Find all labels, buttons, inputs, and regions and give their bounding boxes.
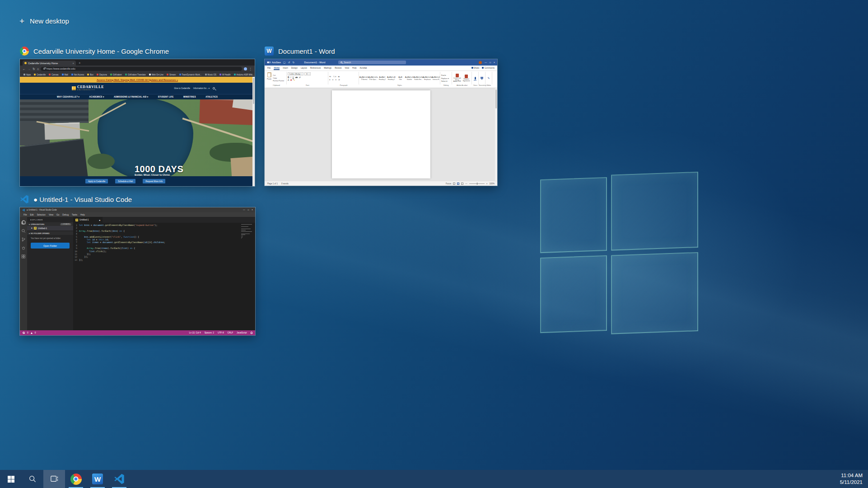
code-editor[interactable]: 1let btns = document.getElementsByClassN…: [73, 223, 255, 330]
forward-icon[interactable]: →: [28, 67, 31, 70]
menu-view[interactable]: View: [49, 214, 53, 216]
site-nav-item[interactable]: STUDENT LIFE: [158, 96, 174, 98]
zoom-in-icon[interactable]: +: [486, 183, 488, 185]
minimize-icon[interactable]: —: [243, 209, 245, 211]
zoom-slider[interactable]: [469, 183, 485, 184]
taskbar-word-button[interactable]: W: [87, 470, 108, 488]
bookmark-item[interactable]: GitKraken Translate: [125, 74, 146, 76]
taskbar-chrome-button[interactable]: [65, 470, 87, 488]
bookmark-item[interactable]: Stream: [167, 74, 176, 76]
word-scrollbar[interactable]: [495, 88, 497, 181]
word-window-thumbnail[interactable]: AutoSave ▢ ↺ ↻ Document1 - Word Search —…: [265, 59, 497, 186]
error-count[interactable]: 0: [27, 332, 28, 334]
clipboard-item[interactable]: Cut: [273, 75, 284, 76]
menu-debug[interactable]: Debug: [62, 214, 69, 216]
bookmark-item[interactable]: Music OS: [205, 74, 217, 76]
taskbar-search-button[interactable]: [22, 470, 43, 488]
start-button[interactable]: [0, 470, 22, 488]
paste-button[interactable]: Paste: [267, 72, 271, 84]
source-control-icon[interactable]: [21, 237, 26, 242]
style-card[interactable]: AaBbCcDaEmphasis: [423, 75, 432, 81]
menu-icon[interactable]: ⋮: [249, 67, 252, 70]
style-card[interactable]: AaBbCcDaSubtle Em...: [414, 75, 423, 81]
bell-icon[interactable]: [251, 332, 253, 334]
site-nav-item[interactable]: ATHLETICS: [205, 96, 218, 98]
extensions-icon[interactable]: [21, 254, 26, 259]
page-count[interactable]: Page 1 of 1: [267, 183, 278, 185]
ribbon-tab-layout[interactable]: Layout: [301, 67, 307, 69]
site-nav-item[interactable]: ADMISSIONS & FINANCIAL AID ▾: [114, 96, 148, 98]
font-color-buttons[interactable]: AA✎: [288, 79, 327, 81]
bookmark-item[interactable]: Cedarville: [34, 74, 46, 76]
cta-button[interactable]: Request More Info: [143, 179, 165, 183]
search-icon[interactable]: [21, 229, 26, 233]
open-editor-item[interactable]: ● JS Untitled-1: [27, 226, 73, 230]
print-layout-icon[interactable]: [457, 183, 459, 185]
restore-icon[interactable]: □: [248, 209, 249, 211]
home-icon[interactable]: ⌂: [37, 67, 39, 70]
clipboard-item[interactable]: Format Painter: [273, 80, 284, 82]
font-name-select[interactable]: Calibri (Body)▾: [288, 72, 303, 75]
tab-close-icon[interactable]: ×: [72, 62, 74, 65]
editing-item[interactable]: Replace ▾: [441, 77, 451, 80]
site-nav-item[interactable]: WHY CEDARVILLE? ▾: [57, 96, 79, 98]
ribbon-tab-design[interactable]: Design: [291, 67, 298, 69]
ribbon-tab-help[interactable]: Help: [352, 67, 356, 69]
back-icon[interactable]: ←: [23, 67, 26, 70]
profile-avatar[interactable]: [244, 67, 247, 70]
ribbon-tab-acrobat[interactable]: Acrobat: [360, 67, 367, 69]
vscode-window-title[interactable]: ● Untitled-1 - Visual Studio Code: [20, 195, 132, 204]
give-link[interactable]: Give to Cedarville: [174, 87, 190, 89]
menu-help[interactable]: Help: [80, 214, 85, 216]
acrobat-button[interactable]: Create and Share Adobe PDF: [453, 74, 462, 83]
eol-type[interactable]: CRLF: [228, 332, 233, 334]
bookmark-item[interactable]: W Health: [219, 74, 231, 76]
style-card[interactable]: AaBbCcEHeading 2: [387, 75, 396, 81]
address-bar[interactable]: https://www.cedarville.edu: [41, 67, 242, 71]
explorer-icon[interactable]: [21, 220, 26, 225]
taskbar-clock[interactable]: 11:04 AM 5/11/2021: [840, 470, 868, 488]
sensitivity-button[interactable]: [479, 72, 485, 84]
clipboard-item[interactable]: Copy: [273, 77, 284, 79]
new-tab-button[interactable]: +: [79, 61, 81, 66]
restore-icon[interactable]: □: [490, 61, 491, 64]
ribbon-tab-home[interactable]: Home: [274, 67, 280, 69]
close-icon[interactable]: ×: [494, 61, 495, 64]
bookmark-item[interactable]: Web On-Line: [149, 74, 163, 76]
style-card[interactable]: AaBbCcDc¶ Normal: [360, 75, 369, 81]
editor-tab[interactable]: JS Untitled-1 ●: [73, 217, 103, 223]
acrobat-button[interactable]: Request Signatures: [462, 75, 471, 82]
style-card[interactable]: AaBTitle: [396, 75, 405, 81]
bookmark-item[interactable]: GitKraken: [110, 74, 122, 76]
cedarville-logo[interactable]: CEDARVILLE UNIVERSITY: [72, 85, 104, 91]
new-desktop-button[interactable]: + New desktop: [19, 17, 69, 25]
ribbon-tab-insert[interactable]: Insert: [283, 67, 288, 69]
info-for-link[interactable]: Information for... ▾: [193, 87, 210, 89]
web-layout-icon[interactable]: [461, 183, 463, 185]
focus-button[interactable]: Focus: [446, 183, 451, 185]
open-folder-button[interactable]: Open Folder: [31, 243, 70, 249]
menu-tasks[interactable]: Tasks: [72, 214, 77, 216]
style-card[interactable]: AaBbCcDaIntense E...: [432, 75, 440, 81]
bookmark-item[interactable]: Daytona: [97, 74, 107, 76]
chrome-tab[interactable]: Cedarville University Home ×: [23, 61, 76, 66]
read-mode-icon[interactable]: [453, 183, 455, 185]
refresh-icon[interactable]: ↻: [33, 67, 35, 70]
cta-button[interactable]: Apply to Cedarville: [85, 179, 108, 183]
site-search-icon[interactable]: [213, 87, 215, 89]
covid-banner-link[interactable]: Access Caring Well, Staying Well, COVID-…: [20, 77, 255, 83]
quick-access-toolbar[interactable]: ▢ ↺ ↻: [283, 61, 295, 64]
ribbon-tab-file[interactable]: File: [267, 67, 271, 69]
font-size-select[interactable]: 11▾: [304, 72, 311, 75]
bookmark-item[interactable]: Mail: [62, 74, 68, 76]
share-button[interactable]: Share: [471, 67, 480, 69]
open-editors-section[interactable]: ▾ OPEN EDITORS 1 UNSAVED: [27, 222, 73, 226]
bookmark-item[interactable]: Arduino ASR Wiki...: [234, 74, 254, 76]
word-count[interactable]: 0 words: [281, 183, 289, 185]
dictate-button[interactable]: [472, 72, 479, 84]
site-nav-item[interactable]: ACADEMICS ▾: [89, 96, 104, 98]
menu-file[interactable]: File: [23, 214, 27, 216]
font-buttons[interactable]: BIUabx²: [288, 76, 327, 79]
bookmark-item[interactable]: Box: [87, 74, 93, 76]
ribbon-tab-view[interactable]: View: [345, 67, 349, 69]
